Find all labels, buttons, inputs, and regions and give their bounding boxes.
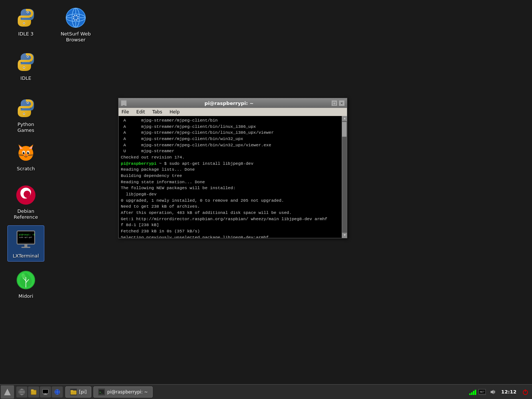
terminal-line: f 8d-1 [238 kB] (121, 222, 345, 228)
svg-marker-63 (491, 390, 494, 394)
taskbar-start-button[interactable] (1, 385, 14, 399)
vol-bar-4 (475, 390, 476, 395)
taskbar-terminal-window[interactable]: >_ pi@raspberrypi: ~ (93, 386, 153, 398)
scratch-label: Scratch (17, 166, 35, 172)
taskbar-icon-browser[interactable] (52, 386, 63, 398)
terminal-line: 0 upgraded, 1 newly installed, 0 to remo… (121, 198, 345, 204)
svg-point-1 (27, 12, 28, 13)
idle3-icon (14, 6, 38, 30)
python-games-icon (14, 96, 38, 120)
terminal-line: Need to get 238 kB of archives. (121, 204, 345, 210)
desktop-icon-midori[interactable]: Midori (7, 266, 44, 301)
svg-text:NET: NET (480, 391, 485, 393)
terminal-line: libjpeg8-dev (121, 191, 345, 198)
terminal-line: Checked out revision 174. (121, 154, 345, 161)
svg-point-3 (24, 23, 24, 24)
debian-label: Debian Reference (10, 208, 42, 220)
svg-rect-41 (24, 244, 27, 247)
desktop-icon-idle[interactable]: IDLE (7, 48, 44, 83)
taskbar-clock: 12:12 (498, 389, 519, 395)
terminal-window: _ pi@raspberrypi: ~ □ ✕ File Edit Tabs H… (118, 98, 347, 238)
terminal-scrollbar[interactable]: ▲ ▼ (342, 116, 347, 238)
svg-point-18 (24, 113, 24, 114)
svg-point-14 (24, 67, 24, 68)
terminal-line: Reading state information... Done (121, 179, 345, 185)
terminal-line: After this operation, 483 kB of addition… (121, 210, 345, 216)
terminal-taskbar-icon: >_ (98, 389, 105, 395)
scroll-up-button[interactable]: ▲ (342, 116, 347, 121)
debian-icon (14, 183, 38, 207)
lxterminal-label: LXTerminal (13, 253, 39, 259)
scroll-down-button[interactable]: ▼ (342, 233, 347, 238)
terminal-menu-edit[interactable]: Edit (135, 109, 146, 115)
svg-text:pi@raspi: ~$: pi@raspi: ~$ (19, 233, 35, 236)
taskbar-icon-files[interactable] (28, 386, 39, 398)
midori-icon (14, 268, 38, 292)
svg-rect-57 (71, 390, 73, 392)
terminal-line: Get:1 http://mirrordirector.raspbian.org… (121, 216, 345, 222)
terminal-menu-help[interactable]: Help (168, 109, 181, 115)
terminal-close-button[interactable]: ✕ (339, 100, 345, 106)
terminal-line: A mjpg-streamer/mjpeg-client/bin/linux_i… (121, 130, 345, 136)
terminal-menubar: File Edit Tabs Help (119, 108, 347, 116)
terminal-minimize-button[interactable]: _ (121, 100, 127, 106)
terminal-line: A mjpg-streamer/mjpeg-client/bin/linux_i… (121, 124, 345, 130)
terminal-menu-tabs[interactable]: Tabs (151, 109, 164, 115)
svg-text:>_: >_ (99, 391, 103, 394)
svg-rect-50 (31, 389, 34, 391)
terminal-line: U mjpg-streamer (121, 148, 345, 154)
desktop-icon-idle3[interactable]: IDLE 3 (7, 4, 44, 39)
pi-folder-label: [pi] (79, 389, 86, 395)
terminal-prompt-line: pi@raspberrypi ~ $ sudo apt-get install … (121, 161, 345, 167)
idle-icon (14, 50, 38, 74)
taskbar-icon-monitor[interactable] (40, 386, 51, 398)
terminal-body[interactable]: A mjpg-streamer/mjpeg-client/bin A mjpg-… (119, 116, 347, 238)
svg-rect-42 (21, 247, 30, 248)
vol-bar-3 (473, 391, 474, 395)
power-tray-icon (521, 388, 530, 396)
folder-icon (70, 389, 77, 395)
volume-indicator (469, 389, 476, 395)
python-games-label: Python Games (10, 122, 42, 133)
svg-rect-52 (43, 390, 48, 393)
idle-label: IDLE (20, 75, 31, 81)
terminal-maximize-button[interactable]: □ (331, 100, 337, 106)
desktop-icon-lxterminal[interactable]: pi@raspi: ~$ sudo apt-get _ LXTerminal (7, 225, 44, 262)
taskbar-icon-network[interactable] (16, 386, 27, 398)
netsurf-icon (64, 6, 88, 30)
desktop-icon-debian[interactable]: Debian Reference (7, 181, 44, 222)
network-tray-icon: NET (478, 388, 487, 396)
terminal-line: A mjpg-streamer/mjpeg-client/bin (121, 117, 345, 124)
vol-bar-1 (469, 393, 471, 395)
vol-bar-2 (471, 392, 473, 395)
svg-point-16 (27, 102, 28, 103)
svg-rect-65 (525, 389, 526, 392)
svg-point-28 (24, 152, 24, 153)
terminal-titlebar: _ pi@raspberrypi: ~ □ ✕ (119, 98, 347, 108)
svg-rect-54 (44, 394, 47, 395)
taskbar-system-tray: NET 12:12 (469, 388, 532, 396)
taskbar-pi-folder[interactable]: [pi] (65, 386, 91, 398)
scratch-icon (14, 141, 38, 164)
svg-point-30 (25, 155, 27, 156)
svg-point-12 (27, 56, 28, 57)
terminal-title: pi@raspberrypi: ~ (127, 100, 331, 106)
terminal-line: Selecting previously unselected package … (121, 235, 345, 238)
terminal-taskbar-label: pi@raspberrypi: ~ (107, 389, 148, 395)
scroll-thumb[interactable] (342, 122, 347, 137)
terminal-line: The following NEW packages will be insta… (121, 185, 345, 191)
audio-tray-icon (488, 388, 497, 396)
desktop-icon-netsurf[interactable]: NetSurf WebBrowser (57, 4, 94, 45)
terminal-menu-file[interactable]: File (120, 109, 130, 115)
desktop-icon-scratch[interactable]: Scratch (7, 139, 44, 174)
desktop-icon-python-games[interactable]: Python Games (7, 94, 44, 135)
midori-label: Midori (18, 293, 33, 299)
terminal-line: A mjpg-streamer/mjpeg-client/bin/win32_u… (121, 142, 345, 149)
svg-text:sudo apt-get: sudo apt-get (19, 236, 32, 239)
terminal-line: A mjpg-streamer/mjpeg-client/bin/win32_u… (121, 136, 345, 142)
taskbar: [pi] >_ pi@raspberrypi: ~ NET (0, 384, 532, 399)
netsurf-label: NetSurf WebBrowser (61, 31, 91, 42)
taskbar-quick-launch (16, 386, 63, 398)
idle3-label: IDLE 3 (18, 31, 34, 37)
svg-marker-46 (4, 389, 11, 395)
